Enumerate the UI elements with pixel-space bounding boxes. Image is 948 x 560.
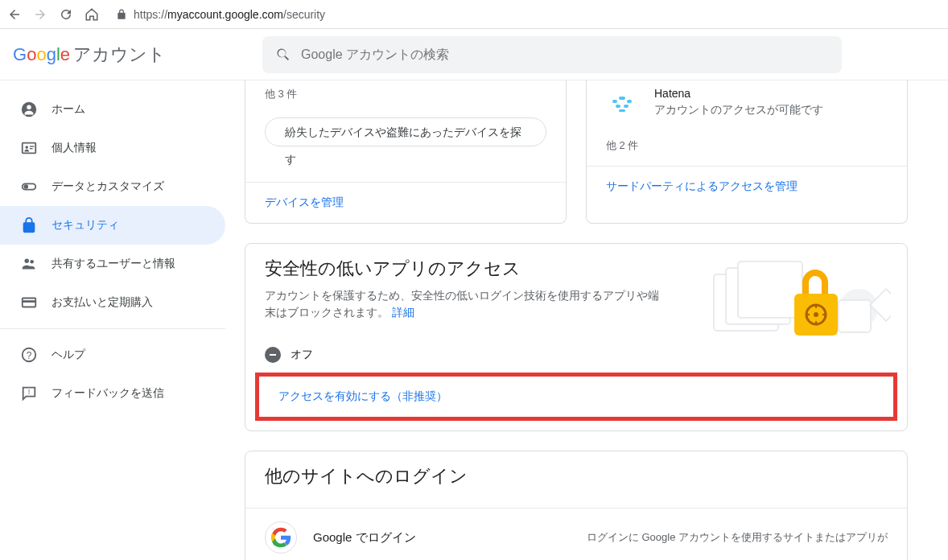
- help-icon: ?: [19, 345, 39, 364]
- thirdparty-other-count: 他 2 件: [587, 132, 907, 166]
- sidebar-item-label: セキュリティ: [52, 218, 119, 233]
- svg-point-8: [25, 259, 30, 264]
- devices-card: 他 3 件 紛失したデバイスや盗難にあったデバイスを探す デバイスを管理: [245, 80, 567, 224]
- highlight-enable-access: アクセスを有効にする（非推奨）: [255, 373, 897, 421]
- hatena-icon: [606, 87, 638, 119]
- lowsec-desc: アカウントを保護するため、安全性の低いログイン技術を使用するアプリや端末はブロッ…: [265, 287, 662, 321]
- svg-point-7: [24, 184, 28, 189]
- manage-thirdparty-link[interactable]: サードパーティによるアクセスを管理: [606, 179, 798, 192]
- status-off-icon: [265, 347, 281, 363]
- svg-rect-17: [627, 100, 632, 103]
- google-g-icon: [265, 521, 297, 554]
- people-icon: [19, 254, 39, 274]
- svg-rect-16: [619, 97, 625, 100]
- thirdparty-app-item[interactable]: Hatena アカウントのアクセスが可能です: [587, 80, 907, 132]
- search-box[interactable]: [262, 36, 842, 73]
- sidebar-item-sharing[interactable]: 共有するユーザーと情報: [0, 245, 225, 283]
- sidebar-item-security[interactable]: セキュリティ: [0, 206, 225, 245]
- less-secure-card: 安全性の低いアプリのアクセス アカウントを保護するため、安全性の低いログイン技術…: [245, 243, 908, 431]
- thirdparty-card: Hatena アカウントのアクセスが可能です 他 2 件 サードパーティによるア…: [586, 80, 908, 224]
- sidebar-item-home[interactable]: ホーム: [0, 90, 225, 129]
- person-circle-icon: [19, 100, 39, 119]
- app-sub: アカウントのアクセスが可能です: [654, 103, 823, 117]
- signin-google-label: Google でログイン: [313, 530, 416, 546]
- feedback-icon: !: [19, 384, 39, 403]
- sidebar-item-help[interactable]: ? ヘルプ: [0, 336, 225, 374]
- sidebar-item-label: 個人情報: [52, 141, 97, 155]
- address-bar[interactable]: https://myaccount.google.com/security: [116, 8, 325, 21]
- sidebar-item-personal[interactable]: 個人情報: [0, 129, 225, 167]
- lowsec-title: 安全性の低いアプリのアクセス: [265, 257, 662, 281]
- manage-devices-link[interactable]: デバイスを管理: [265, 196, 344, 208]
- forward-button[interactable]: [32, 6, 48, 23]
- reload-button[interactable]: [58, 6, 74, 23]
- sidebar-item-label: フィードバックを送信: [52, 386, 164, 401]
- svg-rect-20: [619, 109, 625, 112]
- search-input[interactable]: [301, 47, 829, 62]
- signin-right-text: ログインに Google アカウントを使用するサイトまたはアプリが: [432, 530, 888, 545]
- sidebar-item-label: お支払いと定期購入: [52, 295, 153, 310]
- sidebar-item-data[interactable]: データとカスタマイズ: [0, 167, 225, 206]
- svg-rect-24: [738, 261, 802, 318]
- svg-rect-26: [839, 300, 871, 332]
- app-name: Hatena: [654, 87, 823, 100]
- logo-suffix: アカウント: [73, 43, 166, 67]
- enable-access-link[interactable]: アクセスを有効にする（非推奨）: [278, 389, 447, 402]
- svg-rect-15: [612, 100, 617, 103]
- svg-point-31: [814, 312, 818, 317]
- signin-other-sites-card: 他のサイトへのログイン Google でログイン ログインに Google アカ…: [245, 451, 908, 560]
- svg-point-3: [25, 146, 28, 149]
- lowsec-illustration: [682, 244, 907, 373]
- content-area: 他 3 件 紛失したデバイスや盗難にあったデバイスを探す デバイスを管理: [225, 80, 927, 560]
- svg-rect-19: [624, 105, 629, 108]
- divider: [0, 328, 225, 329]
- sidebar-item-label: ホーム: [52, 102, 85, 117]
- svg-point-9: [30, 260, 34, 264]
- search-icon: [275, 47, 291, 63]
- svg-rect-5: [30, 148, 33, 149]
- url-text: https://myaccount.google.com/security: [134, 8, 325, 21]
- status-label: オフ: [291, 348, 313, 362]
- id-card-icon: [19, 138, 39, 158]
- svg-point-1: [27, 105, 31, 110]
- lock-icon: [19, 216, 39, 235]
- sidebar: ホーム 個人情報 データとカスタマイズ セキュリティ 共有するユーザーと情報: [0, 80, 225, 560]
- lock-icon: [116, 9, 127, 20]
- signin-title: 他のサイトへのログイン: [265, 464, 888, 488]
- svg-rect-21: [270, 354, 276, 356]
- home-button[interactable]: [84, 6, 100, 23]
- signin-row[interactable]: Google でログイン ログインに Google アカウントを使用するサイトま…: [245, 508, 907, 560]
- google-account-logo[interactable]: Google アカウント: [13, 43, 166, 67]
- app-header: Google アカウント: [0, 29, 948, 80]
- find-device-button[interactable]: 紛失したデバイスや盗難にあったデバイスを探す: [265, 117, 546, 146]
- sidebar-item-feedback[interactable]: ! フィードバックを送信: [0, 374, 225, 413]
- sidebar-item-label: ヘルプ: [52, 348, 85, 362]
- svg-rect-11: [23, 300, 36, 303]
- sidebar-item-label: データとカスタマイズ: [52, 179, 164, 194]
- toggle-icon: [19, 177, 39, 196]
- svg-rect-4: [30, 146, 34, 146]
- svg-rect-18: [616, 105, 620, 108]
- lowsec-details-link[interactable]: 詳細: [392, 306, 414, 319]
- devices-other-count: 他 3 件: [245, 80, 566, 114]
- svg-text:!: !: [28, 388, 31, 396]
- sidebar-item-label: 共有するユーザーと情報: [52, 257, 175, 271]
- svg-text:?: ?: [27, 350, 32, 361]
- back-button[interactable]: [6, 6, 23, 23]
- card-icon: [19, 293, 39, 312]
- lowsec-status: オフ: [245, 334, 682, 373]
- sidebar-item-payments[interactable]: お支払いと定期購入: [0, 283, 225, 322]
- browser-toolbar: https://myaccount.google.com/security: [0, 0, 948, 29]
